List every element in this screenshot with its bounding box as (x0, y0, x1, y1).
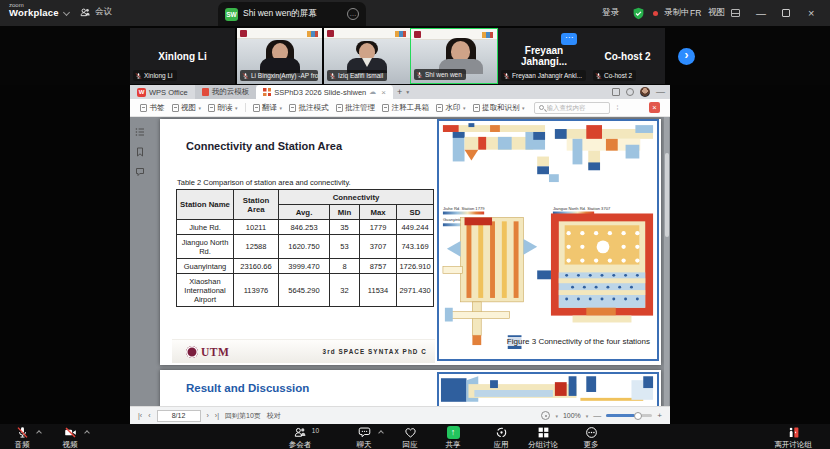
toolbar-bookmark-button[interactable]: 书签 (140, 103, 165, 113)
pdf-viewport[interactable]: Connectivity and Station Area Table 2 Co… (130, 117, 670, 406)
audio-options-chevron-icon[interactable] (36, 430, 42, 436)
tab-meeting[interactable]: 会议 (80, 6, 112, 18)
new-tab-button[interactable]: +▼ (393, 85, 414, 99)
toolbar-annotation-manager-button[interactable]: 批注管理 (336, 103, 376, 113)
chat-bubble-icon (358, 426, 371, 439)
tile-more-options-button[interactable]: ⋯ (561, 33, 577, 45)
window-close-button[interactable]: × (808, 0, 814, 26)
video-button[interactable]: 视频 (48, 426, 92, 449)
toolbar-view-button[interactable]: 视图▾ (172, 103, 202, 113)
extract-icon (473, 104, 480, 112)
view-button[interactable]: 视图 (708, 0, 740, 26)
video-tile-xinlong[interactable]: Xinlong Li Xinlong Li (130, 28, 235, 84)
window-maximize-button[interactable] (782, 0, 790, 26)
window-minimize-button[interactable]: — (756, 0, 766, 26)
next-participants-page-button[interactable]: › (678, 48, 695, 65)
keyboard-lang-indicator[interactable]: FR (690, 0, 701, 26)
leave-breakout-button[interactable]: 离开讨论组 (758, 426, 828, 449)
zoom-slider[interactable] (606, 414, 652, 417)
comment-panel-icon[interactable] (135, 167, 145, 177)
wps-titlebar: WWPS Office 我的云模板 SSPhD3 2026 Slide-shiw… (130, 85, 670, 99)
share-initials-badge: SW (225, 8, 238, 21)
wps-minimize-icon[interactable]: — (656, 88, 665, 96)
view-mode-chevron-icon[interactable]: ▾ (555, 413, 558, 419)
document-scrollbar[interactable] (664, 117, 669, 406)
participant-name-label: Li Bingxin(Amy) -AP from .. (251, 72, 318, 79)
wps-home-tab[interactable]: WWPS Office (130, 85, 195, 99)
video-tile-cohost2[interactable]: Co-host 2 Co-host 2 (590, 28, 665, 84)
tab-screen-share[interactable]: SW Shi wen wen的屏幕 … (218, 2, 366, 26)
page-number-input[interactable] (157, 410, 201, 422)
brand-chevron-down-icon[interactable] (63, 9, 70, 16)
next-slide-page: Result and Discussion (160, 370, 661, 406)
col-header-min: Min (330, 205, 360, 220)
wps-user-avatar[interactable] (640, 87, 650, 97)
login-button[interactable]: 登录 (602, 0, 619, 26)
toolbar-watermark-button[interactable]: 水印▾ (436, 103, 466, 113)
search-icon (539, 105, 544, 110)
video-tile-libingxin[interactable]: Li Bingxin(Amy) -AP from .. (237, 28, 322, 84)
proofread-link[interactable]: 校对 (267, 411, 281, 421)
share-screen-button[interactable]: ↑ 共享 (431, 426, 475, 449)
video-tile-freyaan[interactable]: Freyaan Jahangi... ⋯ Freyaan Jahangir An… (498, 28, 590, 84)
video-options-chevron-icon[interactable] (84, 430, 90, 436)
participant-name-pill: Co-host 2 (593, 70, 636, 81)
first-page-button[interactable]: |‹ (138, 412, 142, 419)
zoom-workplace-logo: zoom Workplace (9, 2, 59, 18)
recording-indicator: 录制中 (653, 0, 690, 26)
doc-tab-close-icon[interactable]: × (381, 88, 386, 97)
chat-options-chevron-icon[interactable] (378, 430, 384, 436)
video-tile-shiwenwen-active-speaker[interactable]: Shi wen wen (410, 28, 498, 84)
zoom-in-button[interactable]: + (657, 411, 662, 420)
annotate-mode-icon (289, 104, 296, 112)
wps-document-tab[interactable]: SSPhD3 2026 Slide-shiwen☁× (256, 85, 393, 99)
audio-button[interactable]: 音频 (0, 426, 44, 449)
tab-list-chevron-icon[interactable]: ▼ (405, 89, 410, 95)
zoom-out-button[interactable]: — (593, 411, 601, 420)
video-tile-iziq[interactable]: Iziq Eafifi Ismail (324, 28, 410, 84)
participants-button[interactable]: 参会者 10 (278, 426, 322, 449)
zoom-slider-handle[interactable] (634, 412, 642, 420)
participant-name-label: Shi wen wen (425, 71, 462, 78)
participant-webcam-image (258, 43, 302, 73)
last-page-button[interactable]: ›| (215, 412, 219, 419)
share-up-arrow-icon: ↑ (447, 426, 460, 439)
breakout-rooms-button[interactable]: 分组讨论 (515, 426, 571, 449)
col-header-station-area: Station Area (234, 190, 279, 220)
back-to-page-link[interactable]: 回到第10页 (225, 411, 261, 421)
exit-reading-mode-button[interactable]: × (649, 102, 660, 113)
more-ellipsis-icon (585, 426, 598, 439)
view-mode-icon[interactable] (541, 411, 550, 420)
next-page-button[interactable]: › (207, 412, 209, 419)
toolbar-comment-toolbox-button[interactable]: 注释工具箱 (382, 103, 429, 113)
search-nav-icons[interactable]: ⁞ (617, 104, 619, 111)
outline-panel-icon[interactable] (135, 127, 145, 137)
participant-name-label: Freyaan Jahangir Ankl... (512, 72, 582, 79)
wps-layout-icon[interactable] (612, 88, 620, 96)
toolbar-translate-button[interactable]: 翻译▾ (253, 103, 283, 113)
more-button[interactable]: 更多 (569, 426, 613, 449)
wps-help-icon[interactable] (626, 88, 634, 96)
cloud-sync-icon: ☁ (369, 88, 376, 96)
watermark-icon (436, 104, 443, 112)
prev-page-button[interactable]: ‹ (148, 412, 150, 419)
reactions-button[interactable]: 回应 (388, 426, 432, 449)
wps-templates-tab[interactable]: 我的云模板 (195, 85, 257, 99)
tab-options-ellipsis-icon[interactable]: … (347, 8, 359, 20)
search-input[interactable] (547, 104, 605, 111)
share-tab-label: Shi wen wen的屏幕 (243, 8, 342, 20)
zoom-level-chevron-icon[interactable]: ▾ (586, 413, 589, 419)
scrollbar-thumb[interactable] (665, 153, 669, 237)
col-header-max: Max (360, 205, 397, 220)
zoom-level-label[interactable]: 100% (563, 412, 581, 419)
chat-button[interactable]: 聊天 (342, 426, 386, 449)
toolbar-read-aloud-button[interactable]: 朗读▾ (208, 103, 238, 113)
participant-webcam-image (345, 43, 389, 73)
bookmark-panel-icon[interactable] (135, 147, 145, 157)
toolbar-extract-button[interactable]: 提取和识别▾ (473, 103, 525, 113)
security-shield-icon[interactable] (632, 0, 645, 26)
toolbar-annotate-mode-button[interactable]: 批注模式 (289, 103, 329, 113)
connectivity-heatmap-graphic: Jiuhe Rd. Station 1779 Guanyintang Stati… (439, 121, 657, 359)
recording-label: 录制中 (664, 7, 690, 19)
participant-video-strip: Xinlong Li Xinlong Li Li Bingxin(Amy) -A… (0, 26, 830, 85)
